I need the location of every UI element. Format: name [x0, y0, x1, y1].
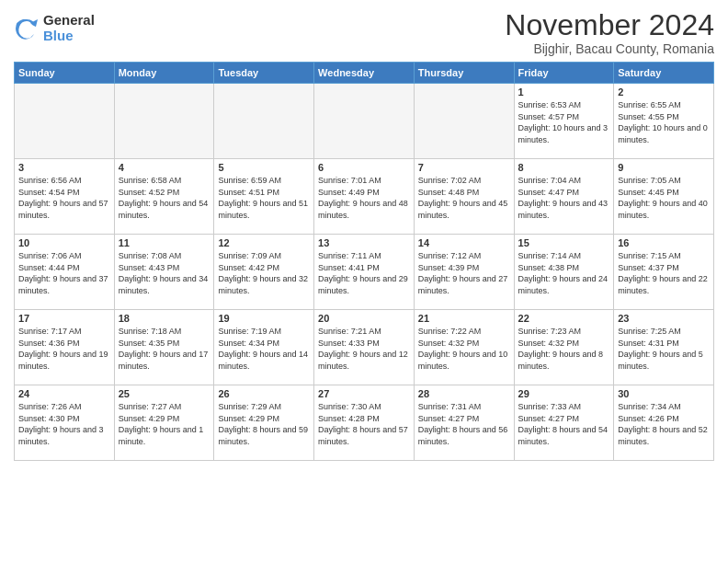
day-cell: 1Sunrise: 6:53 AM Sunset: 4:57 PM Daylig… — [514, 84, 614, 159]
day-cell: 8Sunrise: 7:04 AM Sunset: 4:47 PM Daylig… — [514, 159, 614, 235]
day-number: 23 — [618, 313, 710, 324]
logo-text: General Blue — [43, 13, 95, 43]
day-number: 13 — [318, 237, 410, 248]
week-row-2: 3Sunrise: 6:56 AM Sunset: 4:54 PM Daylig… — [15, 159, 714, 235]
day-cell: 25Sunrise: 7:27 AM Sunset: 4:29 PM Dayli… — [114, 385, 214, 461]
day-info: Sunrise: 7:25 AM Sunset: 4:31 PM Dayligh… — [618, 326, 710, 372]
month-title: November 2024 — [505, 9, 714, 41]
day-number: 28 — [418, 388, 510, 399]
day-cell: 11Sunrise: 7:08 AM Sunset: 4:43 PM Dayli… — [114, 235, 214, 310]
day-cell: 29Sunrise: 7:33 AM Sunset: 4:27 PM Dayli… — [514, 385, 614, 461]
day-info: Sunrise: 7:34 AM Sunset: 4:26 PM Dayligh… — [618, 401, 710, 447]
day-info: Sunrise: 7:08 AM Sunset: 4:43 PM Dayligh… — [119, 250, 210, 296]
day-cell: 14Sunrise: 7:12 AM Sunset: 4:39 PM Dayli… — [414, 235, 514, 310]
day-cell: 4Sunrise: 6:58 AM Sunset: 4:52 PM Daylig… — [114, 159, 214, 235]
day-cell: 24Sunrise: 7:26 AM Sunset: 4:30 PM Dayli… — [15, 385, 115, 461]
calendar-container: General Blue November 2024 Bijghir, Baca… — [0, 0, 728, 465]
day-cell: 9Sunrise: 7:05 AM Sunset: 4:45 PM Daylig… — [614, 159, 714, 235]
col-saturday: Saturday — [614, 63, 714, 84]
day-info: Sunrise: 6:56 AM Sunset: 4:54 PM Dayligh… — [18, 175, 110, 221]
day-info: Sunrise: 7:22 AM Sunset: 4:32 PM Dayligh… — [418, 326, 510, 372]
day-cell — [214, 84, 314, 159]
day-info: Sunrise: 7:09 AM Sunset: 4:42 PM Dayligh… — [218, 250, 310, 296]
day-cell: 10Sunrise: 7:06 AM Sunset: 4:44 PM Dayli… — [15, 235, 115, 310]
week-row-4: 17Sunrise: 7:17 AM Sunset: 4:36 PM Dayli… — [15, 310, 714, 385]
day-number: 10 — [18, 237, 110, 248]
day-info: Sunrise: 7:30 AM Sunset: 4:28 PM Dayligh… — [318, 401, 410, 447]
day-number: 16 — [618, 237, 710, 248]
logo-icon — [14, 16, 40, 41]
week-row-5: 24Sunrise: 7:26 AM Sunset: 4:30 PM Dayli… — [15, 385, 714, 461]
day-info: Sunrise: 7:05 AM Sunset: 4:45 PM Dayligh… — [618, 175, 710, 221]
day-cell: 6Sunrise: 7:01 AM Sunset: 4:49 PM Daylig… — [314, 159, 415, 235]
day-cell: 20Sunrise: 7:21 AM Sunset: 4:33 PM Dayli… — [314, 310, 415, 385]
day-number: 17 — [18, 313, 110, 324]
col-friday: Friday — [514, 63, 614, 84]
title-area: November 2024 Bijghir, Bacau County, Rom… — [505, 9, 714, 56]
day-cell: 17Sunrise: 7:17 AM Sunset: 4:36 PM Dayli… — [15, 310, 115, 385]
day-number: 18 — [119, 313, 210, 324]
day-number: 15 — [518, 237, 610, 248]
day-info: Sunrise: 7:12 AM Sunset: 4:39 PM Dayligh… — [418, 250, 510, 296]
day-cell: 21Sunrise: 7:22 AM Sunset: 4:32 PM Dayli… — [414, 310, 514, 385]
day-cell: 30Sunrise: 7:34 AM Sunset: 4:26 PM Dayli… — [614, 385, 714, 461]
day-info: Sunrise: 6:59 AM Sunset: 4:51 PM Dayligh… — [218, 175, 310, 221]
day-number: 30 — [618, 388, 710, 399]
day-number: 29 — [518, 388, 610, 399]
logo-blue: Blue — [43, 29, 95, 44]
day-info: Sunrise: 7:06 AM Sunset: 4:44 PM Dayligh… — [18, 250, 110, 296]
day-info: Sunrise: 7:29 AM Sunset: 4:29 PM Dayligh… — [218, 401, 310, 447]
day-cell: 5Sunrise: 6:59 AM Sunset: 4:51 PM Daylig… — [214, 159, 314, 235]
col-wednesday: Wednesday — [314, 63, 415, 84]
day-number: 14 — [418, 237, 510, 248]
day-info: Sunrise: 7:17 AM Sunset: 4:36 PM Dayligh… — [18, 326, 110, 372]
day-number: 8 — [518, 162, 610, 173]
day-number: 5 — [218, 162, 310, 173]
day-number: 6 — [318, 162, 410, 173]
day-cell: 13Sunrise: 7:11 AM Sunset: 4:41 PM Dayli… — [314, 235, 415, 310]
day-info: Sunrise: 7:21 AM Sunset: 4:33 PM Dayligh… — [318, 326, 410, 372]
week-row-3: 10Sunrise: 7:06 AM Sunset: 4:44 PM Dayli… — [15, 235, 714, 310]
calendar-table: Sunday Monday Tuesday Wednesday Thursday… — [14, 62, 714, 461]
day-info: Sunrise: 7:04 AM Sunset: 4:47 PM Dayligh… — [518, 175, 610, 221]
day-info: Sunrise: 7:02 AM Sunset: 4:48 PM Dayligh… — [418, 175, 510, 221]
week-row-1: 1Sunrise: 6:53 AM Sunset: 4:57 PM Daylig… — [15, 84, 714, 159]
day-number: 22 — [518, 313, 610, 324]
day-number: 27 — [318, 388, 410, 399]
day-cell — [114, 84, 214, 159]
day-info: Sunrise: 6:55 AM Sunset: 4:55 PM Dayligh… — [618, 99, 710, 145]
col-monday: Monday — [114, 63, 214, 84]
location-subtitle: Bijghir, Bacau County, Romania — [505, 41, 714, 56]
day-info: Sunrise: 7:31 AM Sunset: 4:27 PM Dayligh… — [418, 401, 510, 447]
day-info: Sunrise: 6:53 AM Sunset: 4:57 PM Dayligh… — [518, 99, 610, 145]
day-number: 11 — [119, 237, 210, 248]
day-number: 26 — [218, 388, 310, 399]
col-thursday: Thursday — [414, 63, 514, 84]
header: General Blue November 2024 Bijghir, Baca… — [14, 9, 714, 56]
day-info: Sunrise: 7:33 AM Sunset: 4:27 PM Dayligh… — [518, 401, 610, 447]
day-cell: 27Sunrise: 7:30 AM Sunset: 4:28 PM Dayli… — [314, 385, 415, 461]
day-number: 20 — [318, 313, 410, 324]
day-info: Sunrise: 7:23 AM Sunset: 4:32 PM Dayligh… — [518, 326, 610, 372]
header-row: Sunday Monday Tuesday Wednesday Thursday… — [15, 63, 714, 84]
day-cell: 12Sunrise: 7:09 AM Sunset: 4:42 PM Dayli… — [214, 235, 314, 310]
day-cell: 28Sunrise: 7:31 AM Sunset: 4:27 PM Dayli… — [414, 385, 514, 461]
day-number: 1 — [518, 86, 610, 98]
logo-general: General — [43, 13, 95, 29]
day-cell: 16Sunrise: 7:15 AM Sunset: 4:37 PM Dayli… — [614, 235, 714, 310]
day-cell: 18Sunrise: 7:18 AM Sunset: 4:35 PM Dayli… — [114, 310, 214, 385]
day-cell: 23Sunrise: 7:25 AM Sunset: 4:31 PM Dayli… — [614, 310, 714, 385]
day-number: 2 — [618, 86, 710, 98]
col-sunday: Sunday — [15, 63, 115, 84]
day-info: Sunrise: 7:18 AM Sunset: 4:35 PM Dayligh… — [119, 326, 210, 372]
day-cell: 2Sunrise: 6:55 AM Sunset: 4:55 PM Daylig… — [614, 84, 714, 159]
day-info: Sunrise: 7:15 AM Sunset: 4:37 PM Dayligh… — [618, 250, 710, 296]
day-number: 7 — [418, 162, 510, 173]
day-number: 4 — [119, 162, 210, 173]
day-number: 9 — [618, 162, 710, 173]
day-info: Sunrise: 7:14 AM Sunset: 4:38 PM Dayligh… — [518, 250, 610, 296]
day-info: Sunrise: 7:01 AM Sunset: 4:49 PM Dayligh… — [318, 175, 410, 221]
day-cell — [314, 84, 415, 159]
day-number: 21 — [418, 313, 510, 324]
day-number: 12 — [218, 237, 310, 248]
